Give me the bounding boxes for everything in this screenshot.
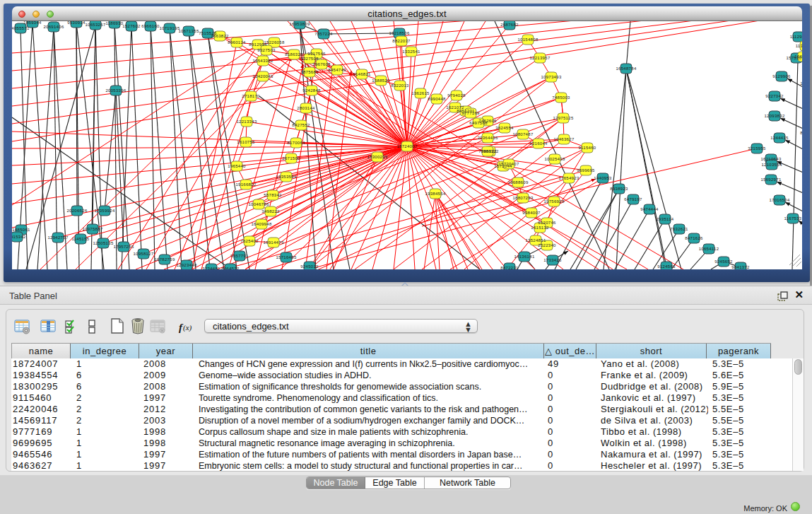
svg-text:19756928: 19756928 [543, 199, 564, 204]
svg-text:9777169: 9777169 [461, 111, 480, 115]
svg-text:20053396: 20053396 [105, 88, 126, 93]
svg-text:10025438: 10025438 [544, 157, 565, 161]
svg-text:10958127: 10958127 [133, 252, 153, 256]
svg-text:16914479: 16914479 [263, 240, 283, 245]
svg-text:11325419: 11325419 [796, 44, 802, 48]
svg-text:12093832: 12093832 [764, 114, 784, 118]
svg-text:1875685: 1875685 [300, 70, 319, 74]
svg-text:1167533: 1167533 [784, 216, 801, 221]
svg-text:8872231: 8872231 [500, 266, 519, 269]
svg-text:12505135: 12505135 [93, 241, 113, 245]
svg-text:10807487: 10807487 [512, 132, 533, 136]
svg-text:9245012: 9245012 [300, 264, 319, 269]
svg-text:9841372: 9841372 [731, 265, 750, 269]
svg-text:20691406: 20691406 [43, 25, 64, 29]
svg-text:1588520: 1588520 [372, 78, 390, 83]
svg-text:1332541: 1332541 [402, 49, 420, 54]
svg-text:13353594: 13353594 [276, 175, 296, 179]
svg-text:16953809: 16953809 [289, 22, 310, 26]
svg-text:10671355: 10671355 [178, 29, 199, 33]
svg-text:7485003: 7485003 [552, 95, 570, 100]
svg-text:16543382: 16543382 [252, 59, 273, 63]
svg-text:9115460: 9115460 [578, 146, 596, 150]
svg-text:16210643: 16210643 [760, 157, 781, 161]
svg-text:1664092: 1664092 [794, 54, 802, 59]
svg-text:9245652: 9245652 [714, 259, 733, 264]
svg-text:18724007: 18724007 [396, 144, 417, 148]
svg-text:9242848: 9242848 [302, 88, 321, 93]
svg-text:9129906: 9129906 [772, 74, 791, 78]
svg-text:15692971: 15692971 [760, 177, 781, 182]
svg-text:1440953: 1440953 [594, 176, 612, 180]
svg-text:20206526: 20206526 [66, 209, 87, 213]
svg-text:7857224: 7857224 [314, 32, 333, 36]
svg-text:8471626: 8471626 [685, 236, 703, 240]
svg-text:10973493: 10973493 [541, 75, 561, 79]
svg-text:6497568: 6497568 [469, 121, 488, 125]
svg-text:2522340: 2522340 [538, 243, 556, 247]
svg-text:10975887: 10975887 [82, 227, 102, 231]
svg-text:12942757: 12942757 [47, 235, 68, 240]
svg-text:20364436: 20364436 [477, 136, 498, 140]
svg-text:2687682: 2687682 [500, 23, 519, 27]
svg-text:9227342: 9227342 [765, 94, 784, 98]
svg-text:15716485: 15716485 [276, 255, 296, 259]
svg-text:9317546: 9317546 [307, 52, 326, 56]
svg-text:2967608: 2967608 [312, 62, 331, 66]
svg-text:10653267: 10653267 [85, 23, 105, 27]
svg-text:1527602: 1527602 [122, 24, 141, 28]
svg-text:19384554: 19384554 [425, 192, 445, 196]
svg-text:17016504: 17016504 [769, 198, 789, 202]
svg-text:16548784: 16548784 [616, 66, 636, 71]
svg-text:9124563: 9124563 [657, 264, 676, 269]
svg-text:4055571: 4055571 [12, 26, 30, 30]
svg-text:10654112: 10654112 [699, 247, 719, 251]
svg-text:18300295: 18300295 [367, 155, 387, 159]
svg-text:1615132: 1615132 [531, 226, 549, 230]
svg-text:17957255: 17957255 [113, 245, 134, 249]
svg-text:1610755: 1610755 [237, 140, 255, 144]
svg-text:8427552: 8427552 [292, 123, 310, 127]
svg-text:16409948: 16409948 [251, 222, 271, 226]
svg-text:9146821: 9146821 [353, 72, 371, 76]
svg-text:8064532: 8064532 [221, 267, 240, 269]
svg-text:3915342: 3915342 [12, 235, 26, 239]
svg-text:10046786: 10046786 [248, 202, 269, 206]
svg-text:2671500: 2671500 [282, 156, 300, 160]
svg-text:9794028: 9794028 [447, 93, 466, 98]
svg-text:8170064: 8170064 [287, 141, 305, 145]
svg-text:3215955: 3215955 [748, 146, 766, 151]
svg-text:1965440: 1965440 [228, 164, 246, 168]
svg-text:6966160: 6966160 [141, 24, 160, 28]
svg-text:1244415: 1244415 [770, 136, 789, 140]
svg-text:15720407: 15720407 [498, 162, 519, 166]
svg-text:10154808: 10154808 [517, 37, 538, 42]
svg-text:15226058: 15226058 [264, 40, 284, 45]
svg-text:9530914: 9530914 [67, 21, 86, 25]
svg-text:10463627: 10463627 [553, 137, 574, 141]
svg-text:8454749: 8454749 [328, 68, 346, 72]
svg-text:10688609: 10688609 [507, 180, 528, 185]
svg-text:8990448: 8990448 [428, 97, 446, 101]
svg-text:1186930: 1186930 [105, 21, 123, 25]
svg-text:5578342: 5578342 [264, 193, 282, 197]
svg-text:9234481: 9234481 [202, 267, 220, 269]
svg-text:1112954: 1112954 [790, 35, 802, 39]
svg-text:8938923: 8938923 [610, 187, 628, 191]
svg-text:12975125: 12975125 [553, 116, 573, 120]
svg-text:6120746: 6120746 [538, 221, 556, 225]
svg-text:9327503: 9327503 [257, 48, 276, 52]
svg-text:6216044: 6216044 [529, 141, 548, 146]
svg-text:7986322: 7986322 [478, 149, 497, 153]
svg-text:12103554: 12103554 [761, 163, 782, 167]
svg-text:12923448: 12923448 [176, 263, 196, 267]
svg-text:2935114: 2935114 [656, 217, 673, 221]
svg-text:14136141: 14136141 [514, 255, 534, 259]
svg-text:8960124: 8960124 [228, 40, 246, 45]
svg-text:3498222: 3498222 [261, 209, 280, 214]
svg-text:16782759: 16782759 [154, 257, 175, 262]
svg-text:(x): (x) [183, 323, 192, 332]
svg-text:1733426: 1733426 [543, 258, 562, 262]
svg-text:8322013: 8322013 [391, 83, 409, 88]
svg-text:12213343: 12213343 [236, 119, 257, 124]
